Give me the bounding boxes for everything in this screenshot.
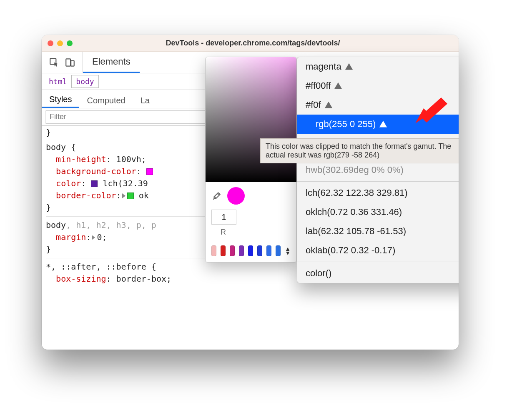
palette-swatch[interactable] xyxy=(266,245,271,256)
prop-background-color[interactable]: background-color xyxy=(56,166,136,176)
titlebar: DevTools - developer.chrome.com/tags/dev… xyxy=(42,35,459,52)
gamut-warning-icon xyxy=(379,120,387,128)
prop-min-height[interactable]: min-height xyxy=(56,154,106,164)
expand-shorthand-icon[interactable] xyxy=(122,193,125,198)
palette-swatch[interactable] xyxy=(239,245,244,256)
breadcrumb-body[interactable]: body xyxy=(71,75,98,88)
prop-margin[interactable]: margin xyxy=(56,232,86,242)
gamut-warning-icon xyxy=(334,82,342,90)
subtab-computed[interactable]: Computed xyxy=(79,96,133,108)
current-color-swatch[interactable] xyxy=(227,187,245,205)
annotation-arrow-icon xyxy=(412,93,449,128)
color-swatch-icon[interactable] xyxy=(127,192,134,199)
svg-rect-2 xyxy=(71,60,74,66)
palette-swatch[interactable] xyxy=(211,245,216,256)
saturation-value-area[interactable] xyxy=(206,57,296,182)
palette-swatch[interactable] xyxy=(276,245,281,256)
device-toolbar-icon[interactable] xyxy=(64,57,76,68)
color-format-menu: magenta #ff00ff #f0f rgb(255 0 255) hwb(… xyxy=(297,57,459,283)
svg-rect-1 xyxy=(66,59,70,66)
format-item-colorfn[interactable]: color()▶ xyxy=(297,264,459,283)
gamut-warning-icon xyxy=(324,101,333,109)
expand-shorthand-icon[interactable] xyxy=(92,235,95,240)
menu-separator xyxy=(297,262,459,262)
inspect-element-icon[interactable] xyxy=(48,57,60,68)
eyedropper-icon[interactable] xyxy=(211,190,222,201)
subtab-layout[interactable]: La xyxy=(133,96,157,108)
prop-color[interactable]: color xyxy=(56,178,81,188)
palette-row: ▲▼ xyxy=(206,241,296,262)
palette-swatch[interactable] xyxy=(257,245,262,256)
subtab-styles[interactable]: Styles xyxy=(42,95,79,108)
prop-border-color[interactable]: border-color xyxy=(56,190,116,200)
prop-box-sizing[interactable]: box-sizing xyxy=(56,274,106,284)
palette-swatch[interactable] xyxy=(230,245,235,256)
format-item[interactable]: #ff00ff xyxy=(297,76,459,95)
channel-label: R xyxy=(211,228,291,237)
alpha-value[interactable]: 1 xyxy=(211,210,236,225)
format-item[interactable]: lch(62.32 122.38 329.81) xyxy=(297,183,459,202)
tab-elements[interactable]: Elements xyxy=(83,52,140,73)
selector-body-multi[interactable]: body xyxy=(46,220,66,230)
format-item[interactable]: lab(62.32 105.78 -61.53) xyxy=(297,222,459,241)
menu-separator xyxy=(297,181,459,182)
format-item[interactable]: oklab(0.72 0.32 -0.17) xyxy=(297,241,459,260)
format-item[interactable]: magenta xyxy=(297,57,459,76)
gamut-warning-icon xyxy=(345,62,353,71)
traffic-light-close[interactable] xyxy=(48,40,53,46)
format-item[interactable]: oklch(0.72 0.36 331.46) xyxy=(297,202,459,222)
devtools-window: DevTools - developer.chrome.com/tags/dev… xyxy=(42,35,459,350)
color-swatch-icon[interactable] xyxy=(91,180,98,187)
gamut-tooltip: This color was clipped to match the form… xyxy=(260,138,459,163)
breadcrumb-html[interactable]: html xyxy=(44,75,71,88)
palette-swatch[interactable] xyxy=(221,245,226,256)
palette-swatch[interactable] xyxy=(248,245,253,256)
window-title: DevTools - developer.chrome.com/tags/dev… xyxy=(53,39,453,48)
color-swatch-icon[interactable] xyxy=(146,168,153,175)
palette-stepper-icon[interactable]: ▲▼ xyxy=(285,247,291,255)
